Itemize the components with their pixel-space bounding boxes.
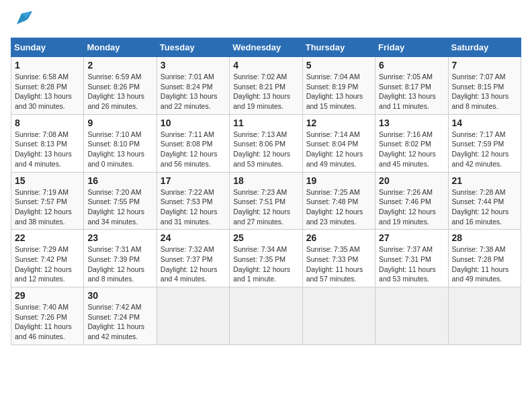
calendar-cell: 13 Sunrise: 7:16 AM Sunset: 8:02 PM Dayl…	[375, 114, 448, 172]
day-info: Sunrise: 7:25 AM Sunset: 7:48 PM Dayligh…	[306, 187, 371, 227]
day-number: 26	[306, 232, 371, 243]
calendar-cell: 15 Sunrise: 7:19 AM Sunset: 7:57 PM Dayl…	[11, 172, 84, 230]
day-number: 23	[87, 232, 152, 243]
calendar-cell: 24 Sunrise: 7:32 AM Sunset: 7:37 PM Dayl…	[157, 230, 229, 287]
day-number: 17	[161, 175, 226, 186]
calendar-cell: 14 Sunrise: 7:17 AM Sunset: 7:59 PM Dayl…	[448, 114, 521, 172]
day-number: 12	[306, 118, 371, 128]
calendar-cell: 5 Sunrise: 7:04 AM Sunset: 8:19 PM Dayli…	[302, 57, 375, 115]
day-info: Sunrise: 7:26 AM Sunset: 7:46 PM Dayligh…	[379, 187, 444, 227]
day-info: Sunrise: 7:28 AM Sunset: 7:44 PM Dayligh…	[452, 187, 517, 227]
calendar-table: SundayMondayTuesdayWednesdayThursdayFrid…	[11, 38, 521, 345]
calendar-cell: 11 Sunrise: 7:13 AM Sunset: 8:06 PM Dayl…	[230, 114, 302, 172]
calendar-row: 15 Sunrise: 7:19 AM Sunset: 7:57 PM Dayl…	[11, 172, 521, 230]
calendar-cell: 25 Sunrise: 7:34 AM Sunset: 7:35 PM Dayl…	[230, 230, 302, 287]
day-info: Sunrise: 7:38 AM Sunset: 7:28 PM Dayligh…	[452, 244, 517, 284]
logo	[11, 11, 35, 30]
weekday-header: Wednesday	[230, 38, 302, 57]
day-number: 21	[452, 175, 517, 186]
day-info: Sunrise: 7:32 AM Sunset: 7:37 PM Dayligh…	[161, 244, 226, 284]
header	[11, 11, 521, 30]
day-info: Sunrise: 7:19 AM Sunset: 7:57 PM Dayligh…	[15, 187, 80, 227]
calendar-cell: 2 Sunrise: 6:59 AM Sunset: 8:26 PM Dayli…	[84, 57, 157, 115]
calendar-cell: 28 Sunrise: 7:38 AM Sunset: 7:28 PM Dayl…	[448, 230, 521, 287]
header-row: SundayMondayTuesdayWednesdayThursdayFrid…	[11, 38, 521, 57]
day-info: Sunrise: 7:08 AM Sunset: 8:13 PM Dayligh…	[15, 130, 80, 169]
day-info: Sunrise: 7:42 AM Sunset: 7:24 PM Dayligh…	[87, 302, 152, 342]
calendar-row: 8 Sunrise: 7:08 AM Sunset: 8:13 PM Dayli…	[11, 114, 521, 172]
day-number: 27	[379, 232, 444, 243]
day-info: Sunrise: 7:40 AM Sunset: 7:26 PM Dayligh…	[15, 302, 80, 342]
weekday-header: Saturday	[448, 38, 521, 57]
day-info: Sunrise: 7:13 AM Sunset: 8:06 PM Dayligh…	[233, 130, 298, 169]
calendar-cell: 27 Sunrise: 7:37 AM Sunset: 7:31 PM Dayl…	[375, 230, 448, 287]
day-number: 15	[15, 175, 80, 186]
day-number: 8	[15, 118, 80, 128]
day-number: 13	[379, 118, 444, 128]
logo-icon	[11, 11, 32, 30]
day-info: Sunrise: 7:07 AM Sunset: 8:15 PM Dayligh…	[452, 72, 517, 111]
day-number: 9	[87, 118, 152, 128]
day-info: Sunrise: 7:29 AM Sunset: 7:42 PM Dayligh…	[15, 244, 80, 284]
day-number: 5	[306, 60, 371, 71]
day-number: 18	[233, 175, 298, 186]
day-number: 1	[15, 60, 80, 71]
day-number: 25	[233, 232, 298, 243]
day-number: 3	[161, 60, 226, 71]
day-number: 6	[379, 60, 444, 71]
day-number: 28	[452, 232, 517, 243]
day-info: Sunrise: 7:31 AM Sunset: 7:39 PM Dayligh…	[87, 244, 152, 284]
weekday-header: Monday	[84, 38, 157, 57]
calendar-cell: 21 Sunrise: 7:28 AM Sunset: 7:44 PM Dayl…	[448, 172, 521, 230]
calendar-row: 1 Sunrise: 6:58 AM Sunset: 8:28 PM Dayli…	[11, 57, 521, 115]
calendar-cell	[448, 287, 521, 345]
calendar-cell: 19 Sunrise: 7:25 AM Sunset: 7:48 PM Dayl…	[302, 172, 375, 230]
calendar-cell: 16 Sunrise: 7:20 AM Sunset: 7:55 PM Dayl…	[84, 172, 157, 230]
calendar-cell: 9 Sunrise: 7:10 AM Sunset: 8:10 PM Dayli…	[84, 114, 157, 172]
day-info: Sunrise: 6:59 AM Sunset: 8:26 PM Dayligh…	[87, 72, 152, 111]
day-number: 14	[452, 118, 517, 128]
day-number: 20	[379, 175, 444, 186]
day-number: 7	[452, 60, 517, 71]
calendar-cell: 22 Sunrise: 7:29 AM Sunset: 7:42 PM Dayl…	[11, 230, 84, 287]
day-number: 24	[161, 232, 226, 243]
day-number: 4	[233, 60, 298, 71]
weekday-header: Thursday	[302, 38, 375, 57]
calendar-cell: 6 Sunrise: 7:05 AM Sunset: 8:17 PM Dayli…	[375, 57, 448, 115]
calendar-cell: 3 Sunrise: 7:01 AM Sunset: 8:24 PM Dayli…	[157, 57, 229, 115]
calendar-cell	[157, 287, 229, 345]
day-number: 29	[15, 290, 80, 301]
day-info: Sunrise: 7:01 AM Sunset: 8:24 PM Dayligh…	[161, 72, 226, 111]
day-info: Sunrise: 7:10 AM Sunset: 8:10 PM Dayligh…	[87, 130, 152, 169]
weekday-header: Tuesday	[157, 38, 229, 57]
calendar-cell: 10 Sunrise: 7:11 AM Sunset: 8:08 PM Dayl…	[157, 114, 229, 172]
calendar-cell: 7 Sunrise: 7:07 AM Sunset: 8:15 PM Dayli…	[448, 57, 521, 115]
day-info: Sunrise: 7:23 AM Sunset: 7:51 PM Dayligh…	[233, 187, 298, 227]
day-info: Sunrise: 7:16 AM Sunset: 8:02 PM Dayligh…	[379, 130, 444, 169]
day-number: 16	[87, 175, 152, 186]
day-number: 11	[233, 118, 298, 128]
calendar-cell	[375, 287, 448, 345]
day-info: Sunrise: 7:14 AM Sunset: 8:04 PM Dayligh…	[306, 130, 371, 169]
day-info: Sunrise: 7:04 AM Sunset: 8:19 PM Dayligh…	[306, 72, 371, 111]
day-info: Sunrise: 7:11 AM Sunset: 8:08 PM Dayligh…	[161, 130, 226, 169]
calendar-row: 29 Sunrise: 7:40 AM Sunset: 7:26 PM Dayl…	[11, 287, 521, 345]
calendar-cell: 17 Sunrise: 7:22 AM Sunset: 7:53 PM Dayl…	[157, 172, 229, 230]
calendar-cell	[230, 287, 302, 345]
day-number: 19	[306, 175, 371, 186]
day-info: Sunrise: 7:02 AM Sunset: 8:21 PM Dayligh…	[233, 72, 298, 111]
day-number: 10	[161, 118, 226, 128]
day-number: 30	[87, 290, 152, 301]
day-info: Sunrise: 7:34 AM Sunset: 7:35 PM Dayligh…	[233, 244, 298, 284]
day-number: 2	[87, 60, 152, 71]
calendar-cell	[302, 287, 375, 345]
calendar-cell: 18 Sunrise: 7:23 AM Sunset: 7:51 PM Dayl…	[230, 172, 302, 230]
calendar-cell: 30 Sunrise: 7:42 AM Sunset: 7:24 PM Dayl…	[84, 287, 157, 345]
calendar-cell: 1 Sunrise: 6:58 AM Sunset: 8:28 PM Dayli…	[11, 57, 84, 115]
calendar-cell: 12 Sunrise: 7:14 AM Sunset: 8:04 PM Dayl…	[302, 114, 375, 172]
weekday-header: Friday	[375, 38, 448, 57]
day-info: Sunrise: 7:20 AM Sunset: 7:55 PM Dayligh…	[87, 187, 152, 227]
day-info: Sunrise: 7:35 AM Sunset: 7:33 PM Dayligh…	[306, 244, 371, 284]
calendar-row: 22 Sunrise: 7:29 AM Sunset: 7:42 PM Dayl…	[11, 230, 521, 287]
weekday-header: Sunday	[11, 38, 84, 57]
